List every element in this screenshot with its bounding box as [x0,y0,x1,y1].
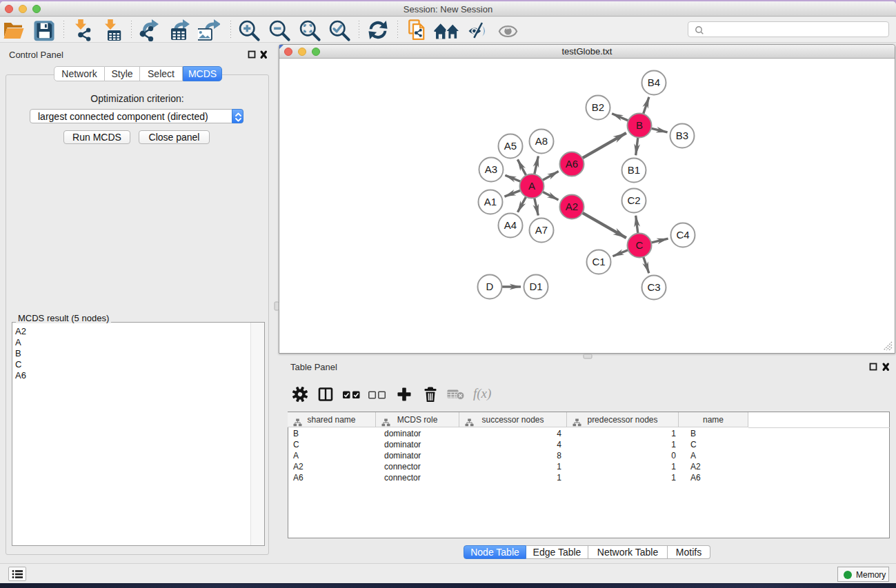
svg-text:C4: C4 [676,229,689,241]
svg-text:C2: C2 [627,194,640,206]
svg-text:A4: A4 [504,219,517,231]
svg-text:A8: A8 [535,135,548,147]
svg-text:A2: A2 [566,201,578,212]
svg-text:A3: A3 [485,163,497,175]
svg-text:A6: A6 [566,158,578,170]
svg-text:A5: A5 [504,140,517,152]
svg-text:B: B [636,119,643,131]
svg-text:B1: B1 [628,164,640,176]
svg-text:A7: A7 [535,224,548,236]
svg-text:C1: C1 [592,256,605,267]
svg-text:A: A [528,180,535,192]
svg-text:B2: B2 [592,101,604,113]
svg-text:D: D [486,281,494,292]
svg-text:C3: C3 [647,281,660,293]
svg-text:A1: A1 [484,196,497,207]
svg-text:D1: D1 [529,281,542,292]
svg-text:B4: B4 [648,77,660,88]
svg-text:C: C [636,239,644,251]
svg-text:B3: B3 [676,130,688,141]
